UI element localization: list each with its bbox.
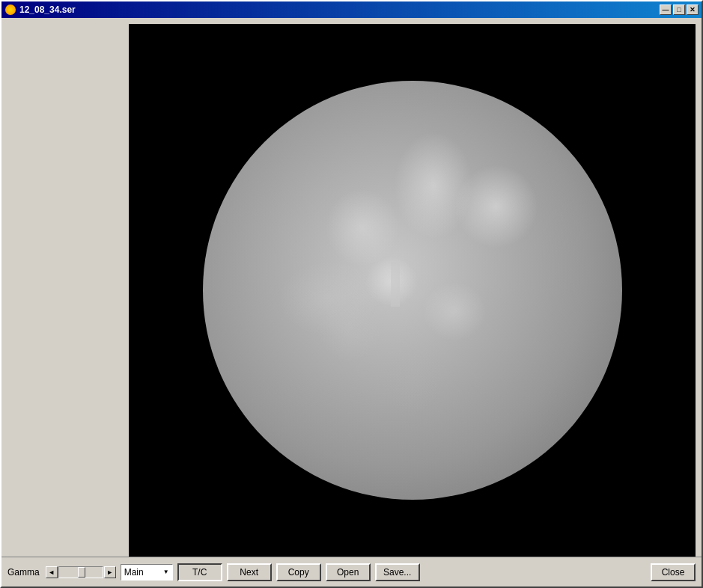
window-icon xyxy=(4,4,16,16)
close-button[interactable]: Close xyxy=(651,563,696,581)
chevron-down-icon: ▼ xyxy=(163,569,169,575)
title-bar-buttons: — □ ✕ xyxy=(660,4,699,15)
next-button[interactable]: Next xyxy=(227,563,272,581)
save-button[interactable]: Save... xyxy=(375,563,420,581)
solar-disk xyxy=(203,81,622,500)
tc-button[interactable]: T/C xyxy=(177,563,222,581)
window-content xyxy=(1,18,702,557)
dropdown-value: Main xyxy=(124,567,144,578)
main-window: 12_08_34.ser — □ ✕ Gamma ◄ ► xyxy=(0,0,703,588)
copy-button[interactable]: Copy xyxy=(276,563,321,581)
close-window-button[interactable]: ✕ xyxy=(687,4,699,15)
maximize-button[interactable]: □ xyxy=(673,4,685,15)
view-dropdown[interactable]: Main ▼ xyxy=(121,564,173,581)
slider-track[interactable] xyxy=(58,566,103,578)
gamma-label: Gamma xyxy=(7,567,40,578)
main-area xyxy=(129,18,702,557)
gamma-slider[interactable]: ◄ ► xyxy=(46,566,116,578)
solar-image xyxy=(129,24,696,557)
left-panel xyxy=(1,18,129,557)
open-button[interactable]: Open xyxy=(326,563,371,581)
window-title: 12_08_34.ser xyxy=(19,4,660,15)
minimize-button[interactable]: — xyxy=(660,4,672,15)
slider-thumb[interactable] xyxy=(78,567,85,578)
title-bar: 12_08_34.ser — □ ✕ xyxy=(1,1,702,18)
slider-right-button[interactable]: ► xyxy=(104,566,116,578)
image-viewport xyxy=(129,24,696,557)
slider-left-button[interactable]: ◄ xyxy=(46,566,58,578)
bottom-toolbar: Gamma ◄ ► Main ▼ T/C Next Copy Open Save… xyxy=(1,557,702,587)
